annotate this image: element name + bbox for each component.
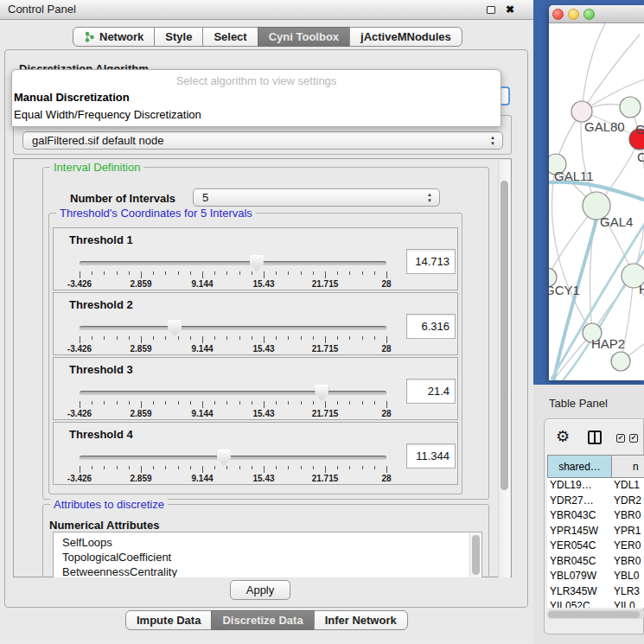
table-panel-inner: ⚙ ✔ ✔ shared… n YDL19…YDL1YDR27…YDR2YBR0… [544,418,644,634]
table-row[interactable]: YDL19…YDL1 [547,478,644,494]
table-row[interactable]: YPR145WYPR1 [547,524,644,539]
table-row[interactable]: YBL079WYBL0 [547,569,644,584]
network-node[interactable] [620,97,641,118]
interval-definition-title: Interval Definition [50,161,143,174]
table-panel: Table Panel ⚙ ✔ ✔ shared… n YDL19…YDL1YD… [533,385,644,644]
tab-cyni-toolbox[interactable]: Cyni Toolbox [258,27,350,47]
tab-select[interactable]: Select [202,27,258,47]
float-window-icon[interactable] [487,6,495,14]
threshold-3-slider-track[interactable] [80,391,386,395]
network-node[interactable] [611,352,630,371]
threshold-4-slider-thumb[interactable] [217,450,231,466]
tick-label: -3.426 [52,279,107,289]
threshold-1-slider-track[interactable] [80,261,386,265]
attribute-item[interactable]: SelfLoops [54,535,481,550]
tick-label: 2.859 [113,409,169,418]
panel-title: Control Panel [8,0,76,19]
node-label: GCY1 [549,283,580,297]
network-graph[interactable]: GAL80GACGAL11GAL4GCY1HHAP2 [549,23,644,380]
horizontal-scrollbar-thumb[interactable] [548,611,640,618]
tick-label: 9.144 [175,409,230,418]
table-row[interactable]: YBR045CYBR0 [547,554,644,570]
number-of-intervals-combo[interactable]: 5 ▲▼ [193,188,440,207]
tick-label: 21.715 [297,279,353,289]
tick-label: 2.859 [113,344,169,354]
vertical-scrollbar-thumb[interactable] [501,181,508,490]
threshold-4-slider-track[interactable] [80,456,386,460]
threshold-3-value-input[interactable]: 21.4 [406,379,456,404]
list-scrollbar[interactable] [469,533,481,577]
threshold-4-value-input[interactable]: 11.344 [406,443,456,469]
tab-impute-data[interactable]: Impute Data [125,610,212,630]
tab-discretize-data[interactable]: Discretize Data [211,610,314,630]
screen: Control Panel ✖ Network Style Select Cyn… [0,0,644,644]
threshold-2-slider-thumb[interactable] [168,320,182,336]
slider-tick-labels: -3.4262.8599.14415.4321.71528 [54,279,459,290]
control-panel: Control Panel ✖ Network Style Select Cyn… [0,0,533,637]
close-traffic-light-icon[interactable] [552,9,564,20]
close-icon[interactable]: ✖ [506,3,514,17]
tick-label: -3.426 [52,474,107,483]
threshold-1-panel: Threshold 1 -3.4262.8599.14415.4321.7152… [53,227,458,290]
table-row[interactable]: YDR27…YDR2 [547,494,644,509]
menu-item-manual-discretization[interactable]: Manual Discretization [12,89,501,106]
table-row[interactable]: YER054CYER0 [547,539,644,554]
node-label: GA [635,122,644,137]
tick-label: 15.43 [236,474,291,483]
tick-label: 21.715 [297,474,353,483]
list-scrollbar-thumb[interactable] [472,535,480,575]
tick-label: 9.144 [175,279,230,289]
threshold-4-panel: Threshold 4 -3.4262.8599.14415.4321.7152… [53,422,458,485]
zoom-traffic-light-icon[interactable] [583,9,595,20]
network-window-titlebar[interactable] [549,5,644,23]
horizontal-scrollbar[interactable] [547,609,644,619]
column-header-name[interactable]: n [612,455,644,478]
slider-ticks [80,401,387,409]
table-data-combo[interactable]: galFiltered.sif default node ▲▼ [22,131,503,150]
tick-label: 9.144 [175,344,230,354]
table-header-row: shared… n [547,455,644,478]
tick-label: -3.426 [52,344,107,354]
threshold-1-slider-thumb[interactable] [250,255,264,271]
tick-label: 2.859 [113,279,169,289]
slider-ticks [80,271,387,279]
column-header-shared-name[interactable]: shared… [547,455,612,478]
slider-ticks [80,466,387,474]
threshold-3-slider-thumb[interactable] [315,385,328,401]
table-row[interactable]: YIL052CYIL0 [547,599,644,608]
checkbox-icon[interactable]: ✔ [629,434,638,443]
tick-label: 15.43 [236,344,291,354]
slider-tick-labels: -3.4262.8599.14415.4321.71528 [54,409,459,419]
threshold-2-value-input[interactable]: 6.316 [406,314,456,339]
settings-viewport: Interval Definition Number of Intervals … [15,160,499,577]
numerical-attributes-list[interactable]: SelfLoopsTopologicalCoefficientBetweenne… [53,532,482,577]
table-row[interactable]: YLR345WYLR3 [547,584,644,600]
table-panel-title: Table Panel [549,397,608,410]
menu-item-equal-width-frequency[interactable]: Equal Width/Frequency Discretization [12,106,501,124]
network-icon [84,31,95,42]
table-toolbar: ⚙ ✔ ✔ [545,426,644,450]
settings-scrollpane: Interval Definition Number of Intervals … [13,158,512,577]
attribute-item[interactable]: BetweennessCentrality [54,564,481,577]
tick-label: 15.43 [236,279,291,289]
tab-infer-network[interactable]: Infer Network [314,610,408,630]
network-edge [582,23,605,112]
table-row[interactable]: YBR043CYBR0 [547,508,644,524]
combo-stepper-icon: ▲▼ [427,192,432,204]
tab-style[interactable]: Style [154,27,203,47]
algorithm-placeholder: Select algorithm to view settings [12,70,501,89]
column-layout-icon[interactable] [588,430,602,444]
threshold-1-value-input[interactable]: 14.713 [406,249,456,274]
attribute-item[interactable]: TopologicalCoefficient [54,550,481,564]
threshold-2-slider-track[interactable] [80,326,386,330]
slider-ticks [80,336,387,344]
checkbox-icon[interactable]: ✔ [616,434,625,443]
bottom-tab-bar: Impute Data Discretize Data Infer Networ… [125,610,408,630]
minimize-traffic-light-icon[interactable] [568,9,579,20]
apply-button[interactable]: Apply [230,580,290,600]
tick-label: 2.859 [113,474,169,483]
vertical-scrollbar[interactable] [498,160,510,577]
tab-jactivemnodules[interactable]: jActiveMNodules [349,27,462,47]
tab-network[interactable]: Network [73,27,155,47]
gear-icon[interactable]: ⚙ [556,427,570,446]
